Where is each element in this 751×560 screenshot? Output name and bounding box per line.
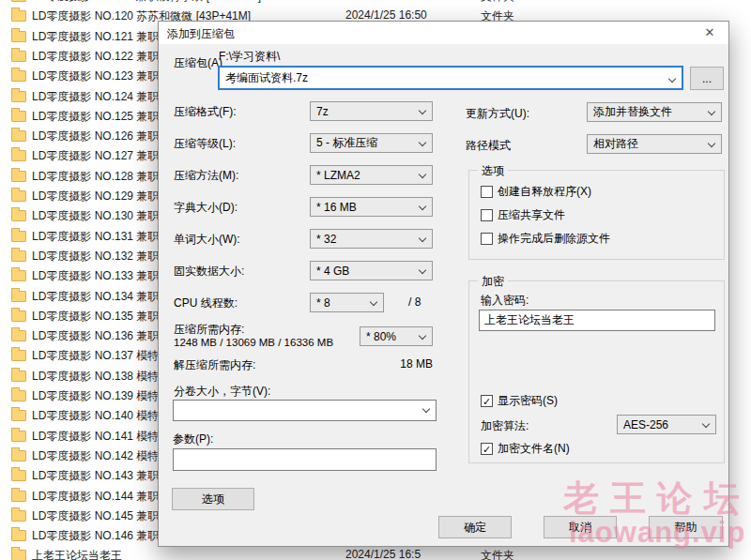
checkbox-row-sfx[interactable]: 创建自释放程序(X) [481, 184, 591, 200]
folder-icon [11, 350, 26, 361]
dictionary-label: 字典大小(D): [174, 200, 238, 216]
help-button[interactable]: 帮助 [649, 516, 723, 538]
word-size-label: 单词大小(W): [174, 232, 240, 248]
checkbox-icon[interactable]: ✓ [481, 395, 493, 407]
parameters-label: 参数(P): [173, 431, 213, 447]
folder-icon [11, 210, 26, 221]
file-name: LD零度摄影 NO.125 兼职 [32, 109, 159, 125]
browse-button[interactable]: ... [690, 67, 724, 90]
checkbox-row-shared[interactable]: 压缩共享文件 [481, 207, 565, 223]
show-password-row[interactable]: ✓ 显示密码(S) [481, 393, 558, 409]
cancel-button[interactable]: 取消 [544, 516, 617, 538]
solid-block-label: 固实数据大小: [174, 264, 244, 280]
method-dropdown[interactable]: * LZMA2 [310, 165, 433, 185]
file-name: LD零度摄影 NO.122 兼职 [32, 49, 159, 65]
file-row[interactable]: 上老王论坛当老王2024/1/25 16:5文件夹 [0, 545, 751, 560]
encryption-method-value: AES-256 [623, 418, 668, 431]
encryption-group: 加密 输入密码: ✓ 显示密码(S) 加密算法: AES-256 ✓ 加密文件名… [468, 280, 725, 463]
solid-block-dropdown[interactable]: * 4 GB [310, 261, 433, 280]
cpu-threads-label: CPU 线程数: [174, 295, 238, 311]
folder-icon [11, 371, 26, 382]
options-group: 选项 创建自释放程序(X) 压缩共享文件 操作完成后删除源文件 [468, 170, 725, 260]
checkbox-icon[interactable] [481, 233, 493, 245]
file-name: LD零度摄影 NO.144 兼职 [32, 489, 159, 505]
checkbox-label: 操作完成后删除源文件 [498, 231, 610, 247]
archive-name-combobox[interactable]: 考编面试资料.7z [218, 66, 683, 90]
folder-icon [11, 470, 26, 481]
file-name: LD零度摄影 NO.139 模特 [32, 388, 159, 404]
chevron-down-icon [370, 298, 377, 306]
volume-size-label: 分卷大小，字节(V): [174, 384, 270, 400]
checkbox-label: 创建自释放程序(X) [498, 184, 591, 200]
folder-icon [11, 310, 26, 322]
file-name: LD零度摄影 NO.126 兼职 [32, 129, 159, 144]
options-button[interactable]: 选项 [172, 488, 254, 510]
update-mode-dropdown[interactable]: 添加并替换文件 [587, 102, 722, 122]
file-name: LD零度摄影 NO.138 模特 [32, 369, 159, 385]
checkbox-icon[interactable] [481, 209, 493, 221]
folder-icon [11, 450, 26, 462]
level-value: 5 - 标准压缩 [316, 135, 377, 151]
cpu-threads-max: / 8 [408, 295, 421, 309]
compress-memory-label: 压缩所需内存: [174, 322, 244, 338]
password-input[interactable] [479, 310, 715, 331]
file-name: LD零度摄影 NO.140 模特 [32, 408, 159, 424]
encryption-method-dropdown[interactable]: AES-256 [617, 415, 716, 434]
memory-percent-value: * 80% [366, 330, 396, 343]
checkbox-label: 压缩共享文件 [498, 207, 565, 223]
file-name: LD零度摄影 NO.131 兼职 [32, 229, 159, 245]
file-name: LD零度摄影 NO.119 兼职模特李欣 [41P+43M] [32, 0, 261, 5]
path-mode-dropdown[interactable]: 相对路径 [587, 134, 722, 154]
chevron-down-icon[interactable] [422, 405, 430, 413]
chevron-down-icon [708, 140, 715, 147]
file-row[interactable]: LD零度摄影 NO.119 兼职模特李欣 [41P+43M]2024/1/25 … [0, 0, 751, 6]
folder-icon [11, 91, 26, 102]
chevron-down-icon[interactable] [668, 75, 676, 83]
chevron-down-icon [419, 171, 426, 178]
cpu-threads-dropdown[interactable]: * 8 [310, 293, 384, 312]
file-name: LD零度摄影 NO.123 兼职 [32, 68, 159, 84]
password-label: 输入密码: [481, 293, 529, 309]
memory-percent-dropdown[interactable]: * 80% [360, 326, 433, 346]
folder-icon [11, 31, 26, 42]
solid-block-value: * 4 GB [316, 265, 349, 278]
folder-icon [11, 150, 26, 161]
word-size-dropdown[interactable]: * 32 [310, 229, 433, 249]
checkbox-icon[interactable]: ✓ [481, 443, 493, 455]
decompress-memory-label: 解压缩所需内存: [174, 357, 255, 373]
method-label: 压缩方法(M): [174, 168, 238, 184]
checkbox-row-delete-source[interactable]: 操作完成后删除源文件 [481, 231, 610, 247]
volume-size-combobox[interactable] [173, 400, 437, 421]
file-name: LD零度摄影 NO.146 兼职 [32, 528, 159, 544]
ok-button[interactable]: 确定 [438, 516, 512, 538]
close-icon[interactable]: ✕ [698, 24, 721, 41]
folder-icon [11, 510, 26, 522]
dialog-title: 添加到压缩包 [167, 26, 235, 42]
format-value: 7z [316, 105, 329, 118]
file-type: 文件夹 [481, 548, 514, 560]
format-dropdown[interactable]: 7z [310, 101, 433, 121]
folder-icon [11, 250, 26, 262]
chevron-down-icon [419, 332, 426, 340]
encrypt-filenames-row[interactable]: ✓ 加密文件名(N) [481, 441, 570, 457]
compress-memory-detail: 1248 MB / 13069 MB / 16336 MB [174, 337, 333, 348]
checkbox-icon[interactable] [481, 186, 493, 198]
file-name: LD零度摄影 NO.134 兼职 [32, 289, 159, 305]
file-name: LD零度摄影 NO.133 兼职 [32, 268, 159, 284]
encryption-method-label: 加密算法: [481, 418, 529, 434]
update-mode-label: 更新方式(U): [466, 106, 529, 122]
encrypt-filenames-label: 加密文件名(N) [498, 441, 570, 457]
folder-icon [11, 390, 26, 401]
format-label: 压缩格式(F): [174, 104, 237, 120]
folder-icon [11, 491, 26, 502]
update-mode-value: 添加并替换文件 [593, 104, 672, 120]
dialog-titlebar[interactable]: 添加到压缩包 ✕ [159, 22, 728, 44]
parameters-input[interactable] [173, 448, 437, 471]
options-group-label: 选项 [478, 163, 508, 179]
chevron-down-icon [419, 266, 426, 274]
level-label: 压缩等级(L): [174, 136, 236, 152]
dictionary-dropdown[interactable]: * 16 MB [310, 197, 433, 217]
folder-icon [11, 270, 26, 281]
level-dropdown[interactable]: 5 - 标准压缩 [310, 133, 433, 153]
cpu-threads-value: * 8 [316, 296, 330, 310]
